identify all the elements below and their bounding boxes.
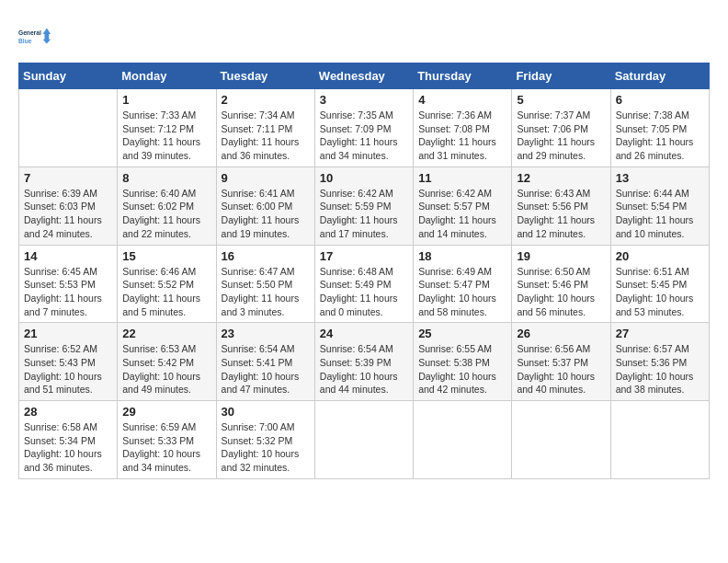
day-number: 11 bbox=[418, 171, 506, 185]
day-info: Sunrise: 6:59 AMSunset: 5:33 PMDaylight:… bbox=[122, 420, 210, 475]
calendar-cell: 30Sunrise: 7:00 AMSunset: 5:32 PMDayligh… bbox=[216, 401, 314, 479]
day-info: Sunrise: 6:50 AMSunset: 5:46 PMDaylight:… bbox=[517, 265, 605, 319]
weekday-header-cell: Wednesday bbox=[314, 63, 413, 89]
calendar-cell: 28Sunrise: 6:58 AMSunset: 5:34 PMDayligh… bbox=[19, 401, 118, 479]
day-number: 6 bbox=[616, 93, 704, 107]
calendar-cell bbox=[19, 89, 118, 167]
svg-text:Blue: Blue bbox=[18, 38, 32, 44]
calendar-cell: 19Sunrise: 6:50 AMSunset: 5:46 PMDayligh… bbox=[512, 245, 610, 323]
day-number: 12 bbox=[517, 171, 605, 185]
calendar-cell: 14Sunrise: 6:45 AMSunset: 5:53 PMDayligh… bbox=[19, 245, 118, 323]
day-number: 16 bbox=[222, 249, 310, 263]
day-info: Sunrise: 6:56 AMSunset: 5:37 PMDaylight:… bbox=[517, 342, 605, 396]
calendar-table: SundayMondayTuesdayWednesdayThursdayFrid… bbox=[18, 63, 710, 479]
calendar-cell: 26Sunrise: 6:56 AMSunset: 5:37 PMDayligh… bbox=[512, 323, 610, 401]
calendar-week-row: 14Sunrise: 6:45 AMSunset: 5:53 PMDayligh… bbox=[19, 245, 710, 323]
calendar-week-row: 7Sunrise: 6:39 AMSunset: 6:03 PMDaylight… bbox=[19, 167, 710, 245]
day-info: Sunrise: 6:42 AMSunset: 5:59 PMDaylight:… bbox=[320, 187, 408, 241]
calendar-cell: 3Sunrise: 7:35 AMSunset: 7:09 PMDaylight… bbox=[314, 89, 413, 167]
day-number: 19 bbox=[517, 249, 605, 263]
day-info: Sunrise: 6:41 AMSunset: 6:00 PMDaylight:… bbox=[222, 187, 310, 241]
day-number: 20 bbox=[616, 249, 704, 263]
day-number: 22 bbox=[122, 327, 210, 340]
day-info: Sunrise: 7:36 AMSunset: 7:08 PMDaylight:… bbox=[418, 109, 506, 163]
calendar-cell bbox=[314, 401, 413, 479]
calendar-week-row: 28Sunrise: 6:58 AMSunset: 5:34 PMDayligh… bbox=[19, 401, 710, 479]
page-header: General Blue bbox=[18, 18, 710, 53]
day-info: Sunrise: 6:44 AMSunset: 5:54 PMDaylight:… bbox=[616, 187, 704, 241]
calendar-cell: 20Sunrise: 6:51 AMSunset: 5:45 PMDayligh… bbox=[610, 245, 709, 323]
day-number: 24 bbox=[320, 327, 408, 340]
weekday-header-row: SundayMondayTuesdayWednesdayThursdayFrid… bbox=[19, 63, 710, 89]
day-info: Sunrise: 6:55 AMSunset: 5:38 PMDaylight:… bbox=[418, 342, 506, 396]
day-number: 2 bbox=[222, 93, 310, 107]
day-info: Sunrise: 6:39 AMSunset: 6:03 PMDaylight:… bbox=[24, 187, 112, 241]
day-info: Sunrise: 6:52 AMSunset: 5:43 PMDaylight:… bbox=[24, 342, 112, 396]
weekday-header-cell: Sunday bbox=[19, 63, 118, 89]
calendar-cell: 5Sunrise: 7:37 AMSunset: 7:06 PMDaylight… bbox=[512, 89, 610, 167]
calendar-cell: 2Sunrise: 7:34 AMSunset: 7:11 PMDaylight… bbox=[216, 89, 314, 167]
day-number: 21 bbox=[24, 327, 112, 340]
day-number: 14 bbox=[24, 249, 112, 263]
day-info: Sunrise: 7:00 AMSunset: 5:32 PMDaylight:… bbox=[222, 420, 310, 475]
calendar-cell: 12Sunrise: 6:43 AMSunset: 5:56 PMDayligh… bbox=[512, 167, 610, 245]
day-info: Sunrise: 6:45 AMSunset: 5:53 PMDaylight:… bbox=[24, 265, 112, 319]
calendar-cell: 13Sunrise: 6:44 AMSunset: 5:54 PMDayligh… bbox=[610, 167, 709, 245]
day-info: Sunrise: 6:49 AMSunset: 5:47 PMDaylight:… bbox=[418, 265, 506, 319]
weekday-header-cell: Thursday bbox=[414, 63, 512, 89]
day-info: Sunrise: 7:33 AMSunset: 7:12 PMDaylight:… bbox=[122, 109, 210, 163]
day-number: 8 bbox=[122, 171, 210, 185]
day-info: Sunrise: 7:38 AMSunset: 7:05 PMDaylight:… bbox=[616, 109, 704, 163]
calendar-cell: 27Sunrise: 6:57 AMSunset: 5:36 PMDayligh… bbox=[610, 323, 709, 401]
calendar-body: 1Sunrise: 7:33 AMSunset: 7:12 PMDaylight… bbox=[19, 89, 710, 479]
calendar-cell: 22Sunrise: 6:53 AMSunset: 5:42 PMDayligh… bbox=[118, 323, 216, 401]
calendar-cell: 24Sunrise: 6:54 AMSunset: 5:39 PMDayligh… bbox=[314, 323, 413, 401]
day-info: Sunrise: 6:48 AMSunset: 5:49 PMDaylight:… bbox=[320, 265, 408, 319]
day-info: Sunrise: 7:34 AMSunset: 7:11 PMDaylight:… bbox=[222, 109, 310, 163]
day-number: 1 bbox=[122, 93, 210, 107]
day-number: 28 bbox=[24, 405, 112, 419]
day-number: 23 bbox=[222, 327, 310, 340]
calendar-week-row: 21Sunrise: 6:52 AMSunset: 5:43 PMDayligh… bbox=[19, 323, 710, 401]
day-info: Sunrise: 7:37 AMSunset: 7:06 PMDaylight:… bbox=[517, 109, 605, 163]
day-number: 25 bbox=[418, 327, 506, 340]
day-info: Sunrise: 6:53 AMSunset: 5:42 PMDaylight:… bbox=[122, 342, 210, 396]
calendar-cell: 7Sunrise: 6:39 AMSunset: 6:03 PMDaylight… bbox=[19, 167, 118, 245]
day-info: Sunrise: 6:58 AMSunset: 5:34 PMDaylight:… bbox=[24, 420, 112, 475]
calendar-cell: 16Sunrise: 6:47 AMSunset: 5:50 PMDayligh… bbox=[216, 245, 314, 323]
day-info: Sunrise: 6:43 AMSunset: 5:56 PMDaylight:… bbox=[517, 187, 605, 241]
day-info: Sunrise: 6:51 AMSunset: 5:45 PMDaylight:… bbox=[616, 265, 704, 319]
day-info: Sunrise: 6:54 AMSunset: 5:39 PMDaylight:… bbox=[320, 342, 408, 396]
calendar-cell bbox=[512, 401, 610, 479]
day-number: 18 bbox=[418, 249, 506, 263]
svg-marker-2 bbox=[43, 28, 51, 43]
calendar-cell: 4Sunrise: 7:36 AMSunset: 7:08 PMDaylight… bbox=[414, 89, 512, 167]
weekday-header-cell: Saturday bbox=[610, 63, 709, 89]
day-info: Sunrise: 6:54 AMSunset: 5:41 PMDaylight:… bbox=[222, 342, 310, 396]
calendar-cell bbox=[414, 401, 512, 479]
calendar-cell: 29Sunrise: 6:59 AMSunset: 5:33 PMDayligh… bbox=[118, 401, 216, 479]
day-number: 15 bbox=[122, 249, 210, 263]
day-number: 13 bbox=[616, 171, 704, 185]
day-number: 10 bbox=[320, 171, 408, 185]
calendar-cell: 8Sunrise: 6:40 AMSunset: 6:02 PMDaylight… bbox=[118, 167, 216, 245]
calendar-cell: 21Sunrise: 6:52 AMSunset: 5:43 PMDayligh… bbox=[19, 323, 118, 401]
calendar-cell: 1Sunrise: 7:33 AMSunset: 7:12 PMDaylight… bbox=[118, 89, 216, 167]
day-number: 5 bbox=[517, 93, 605, 107]
day-info: Sunrise: 6:47 AMSunset: 5:50 PMDaylight:… bbox=[222, 265, 310, 319]
calendar-cell: 15Sunrise: 6:46 AMSunset: 5:52 PMDayligh… bbox=[118, 245, 216, 323]
calendar-cell: 18Sunrise: 6:49 AMSunset: 5:47 PMDayligh… bbox=[414, 245, 512, 323]
weekday-header-cell: Tuesday bbox=[216, 63, 314, 89]
day-number: 30 bbox=[222, 405, 310, 419]
svg-text:General: General bbox=[18, 29, 41, 36]
weekday-header-cell: Monday bbox=[118, 63, 216, 89]
day-number: 3 bbox=[320, 93, 408, 107]
day-info: Sunrise: 7:35 AMSunset: 7:09 PMDaylight:… bbox=[320, 109, 408, 163]
weekday-header-cell: Friday bbox=[512, 63, 610, 89]
day-number: 26 bbox=[517, 327, 605, 340]
logo: General Blue bbox=[18, 18, 53, 53]
day-number: 17 bbox=[320, 249, 408, 263]
day-info: Sunrise: 6:40 AMSunset: 6:02 PMDaylight:… bbox=[122, 187, 210, 241]
logo-svg: General Blue bbox=[18, 18, 53, 53]
calendar-cell: 25Sunrise: 6:55 AMSunset: 5:38 PMDayligh… bbox=[414, 323, 512, 401]
